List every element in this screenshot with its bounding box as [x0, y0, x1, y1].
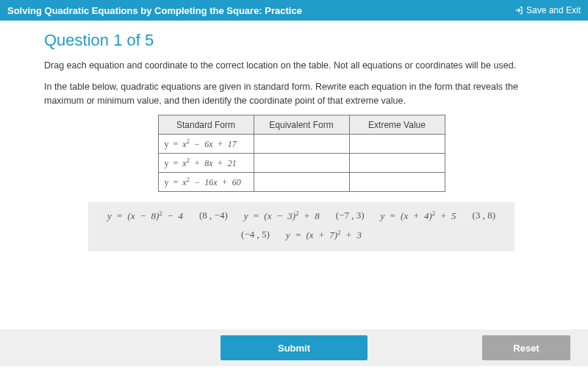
page-title: Solving Quadratic Equations by Completin…: [7, 5, 302, 16]
equation-table-wrap: Standard Form Equivalent Form Extreme Va…: [44, 115, 559, 192]
drop-equivalent-2[interactable]: [254, 154, 349, 173]
cell-standard-2: y = x2 + 8x + 21: [158, 154, 254, 173]
save-and-exit-label: Save and Exit: [526, 5, 581, 15]
drop-extreme-1[interactable]: [349, 135, 445, 154]
cell-standard-3: y = x2 − 16x + 60: [158, 173, 254, 192]
table-row: y = x2 − 16x + 60: [158, 173, 445, 192]
footer-bar: Submit Reset: [0, 329, 588, 366]
save-and-exit-button[interactable]: Save and Exit: [514, 5, 581, 15]
question-content: Question 1 of 5 Drag each equation and c…: [0, 21, 588, 251]
table-header-row: Standard Form Equivalent Form Extreme Va…: [158, 115, 445, 135]
tile-coord-1[interactable]: (8 , −4): [199, 210, 228, 222]
col-extreme-value: Extreme Value: [349, 115, 445, 135]
drop-extreme-2[interactable]: [349, 154, 445, 173]
instruction-line-2: In the table below, quadratic equations …: [44, 80, 559, 108]
col-equivalent-form: Equivalent Form: [254, 115, 349, 135]
table-row: y = x2 + 8x + 21: [158, 154, 445, 173]
tile-coord-2[interactable]: (−7 , 3): [336, 210, 365, 222]
tile-eq-2[interactable]: y = (x − 3)2 + 8: [244, 210, 320, 222]
tile-eq-1[interactable]: y = (x − 8)2 − 4: [107, 210, 183, 222]
tile-eq-3[interactable]: y = (x + 4)2 + 5: [381, 210, 456, 222]
tile-coord-3[interactable]: (3 , 8): [473, 210, 495, 222]
drop-extreme-3[interactable]: [349, 173, 445, 192]
question-counter: Question 1 of 5: [44, 31, 559, 50]
submit-button[interactable]: Submit: [220, 335, 368, 360]
tile-eq-4[interactable]: y = (x + 7)2 + 3: [286, 229, 362, 241]
equation-table: Standard Form Equivalent Form Extreme Va…: [158, 115, 445, 192]
drop-equivalent-3[interactable]: [254, 173, 349, 192]
cell-standard-1: y = x2 − 6x + 17: [158, 135, 254, 154]
top-bar: Solving Quadratic Equations by Completin…: [0, 0, 588, 21]
col-standard-form: Standard Form: [158, 115, 254, 135]
tile-coord-4[interactable]: (−4 , 5): [241, 229, 270, 241]
draggable-tiles-tray: y = (x − 8)2 − 4 (8 , −4) y = (x − 3)2 +…: [88, 202, 514, 251]
drop-equivalent-1[interactable]: [254, 135, 349, 154]
reset-button[interactable]: Reset: [482, 335, 570, 360]
instruction-line-1: Drag each equation and coordinate to the…: [44, 59, 559, 73]
exit-icon: [514, 6, 523, 15]
table-row: y = x2 − 6x + 17: [158, 135, 445, 154]
